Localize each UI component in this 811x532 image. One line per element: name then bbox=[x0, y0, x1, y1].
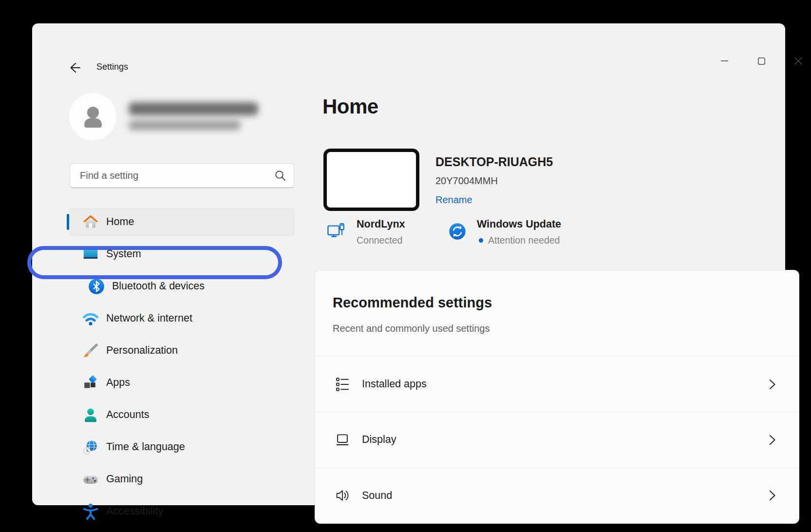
user-email-redacted bbox=[129, 120, 241, 130]
bluetooth-icon bbox=[87, 277, 106, 296]
sound-icon bbox=[333, 486, 352, 505]
sidebar-item-label: Home bbox=[106, 216, 134, 228]
chevron-right-icon bbox=[767, 434, 777, 446]
attention-dot bbox=[479, 238, 483, 243]
time-language-icon bbox=[81, 438, 100, 456]
system-icon bbox=[81, 245, 100, 264]
card-header: Recommended settings Recent and commonly… bbox=[315, 270, 799, 356]
sidebar-item-gaming[interactable]: Gaming bbox=[69, 465, 295, 493]
row-label: Sound bbox=[362, 490, 767, 502]
status-tile-title[interactable]: NordLynx bbox=[357, 218, 405, 230]
sidebar-item-label: System bbox=[106, 248, 141, 260]
page-title: Home bbox=[322, 95, 378, 118]
card-title: Recommended settings bbox=[333, 295, 492, 311]
titlebar: Settings bbox=[32, 23, 785, 77]
device-name: DESKTOP-RIUAGH5 bbox=[435, 155, 553, 169]
sidebar-item-personalization[interactable]: Personalization bbox=[69, 337, 295, 364]
row-label: Installed apps bbox=[362, 378, 767, 390]
search-icon bbox=[275, 170, 286, 181]
avatar[interactable] bbox=[69, 93, 116, 140]
sidebar-item-time-language[interactable]: Time & language bbox=[69, 433, 295, 461]
sidebar-item-accessibility[interactable]: Accessibility bbox=[69, 497, 295, 525]
windows-update-icon bbox=[447, 221, 468, 242]
device-thumbnail bbox=[323, 149, 419, 211]
settings-window: Settings bbox=[32, 23, 785, 505]
accessibility-icon bbox=[81, 502, 100, 521]
sidebar-item-label: Accounts bbox=[106, 409, 149, 421]
sidebar-item-accounts[interactable]: Accounts bbox=[69, 401, 295, 429]
sidebar-item-network-internet[interactable]: Network & internet bbox=[69, 304, 295, 332]
sidebar-nav: Home System bbox=[69, 208, 295, 530]
card-rows: Installed apps Display bbox=[315, 356, 799, 523]
gaming-icon bbox=[81, 470, 100, 489]
sidebar-item-label: Personalization bbox=[106, 344, 178, 357]
sidebar-item-system[interactable]: System bbox=[69, 240, 295, 268]
row-installed-apps[interactable]: Installed apps bbox=[315, 356, 799, 412]
sidebar-item-label: Bluetooth & devices bbox=[112, 280, 205, 292]
person-icon bbox=[79, 103, 107, 131]
close-icon bbox=[794, 57, 802, 65]
search-box bbox=[70, 163, 294, 188]
status-tile-subtitle: Connected bbox=[357, 235, 402, 246]
recommended-settings-card: Recommended settings Recent and commonly… bbox=[315, 270, 799, 524]
sidebar-item-label: Accessibility bbox=[106, 505, 163, 517]
app-title: Settings bbox=[96, 62, 128, 72]
home-icon bbox=[81, 213, 100, 231]
sidebar-item-label: Apps bbox=[106, 377, 130, 389]
device-model: 20Y7004MMH bbox=[435, 175, 498, 187]
network-icon bbox=[81, 309, 100, 328]
sidebar-item-home[interactable]: Home bbox=[69, 208, 295, 236]
chevron-right-icon bbox=[767, 489, 777, 502]
close-button[interactable] bbox=[787, 53, 810, 69]
sidebar-item-label: Network & internet bbox=[106, 312, 192, 324]
display-icon bbox=[333, 430, 352, 450]
rename-link[interactable]: Rename bbox=[435, 194, 472, 206]
minimize-button[interactable] bbox=[713, 53, 736, 69]
installed-apps-icon bbox=[333, 375, 352, 394]
sidebar-item-label: Time & language bbox=[106, 441, 185, 453]
search-input[interactable] bbox=[70, 170, 275, 181]
status-tile-subtitle: Attention needed bbox=[488, 235, 560, 246]
row-display[interactable]: Display bbox=[315, 412, 799, 467]
maximize-icon bbox=[758, 57, 765, 65]
sidebar-item-apps[interactable]: Apps bbox=[69, 369, 295, 397]
row-label: Display bbox=[362, 434, 767, 446]
personalization-icon bbox=[81, 342, 100, 360]
chevron-right-icon bbox=[767, 378, 777, 391]
row-sound[interactable]: Sound bbox=[315, 468, 799, 523]
desktop-background: Settings bbox=[0, 0, 811, 532]
card-subtitle: Recent and commonly used settings bbox=[333, 323, 490, 334]
accounts-icon bbox=[81, 406, 100, 424]
minimize-icon bbox=[721, 60, 729, 62]
apps-icon bbox=[81, 374, 100, 392]
sidebar-item-label: Gaming bbox=[106, 473, 143, 485]
user-name-redacted bbox=[129, 102, 258, 115]
selected-indicator bbox=[67, 214, 69, 230]
back-arrow-icon bbox=[67, 60, 82, 75]
back-button[interactable] bbox=[67, 60, 82, 75]
status-tile-title[interactable]: Windows Update bbox=[477, 218, 561, 230]
maximize-button[interactable] bbox=[750, 53, 773, 69]
sidebar-item-bluetooth-devices[interactable]: Bluetooth & devices bbox=[69, 272, 295, 300]
ethernet-icon bbox=[325, 221, 347, 242]
